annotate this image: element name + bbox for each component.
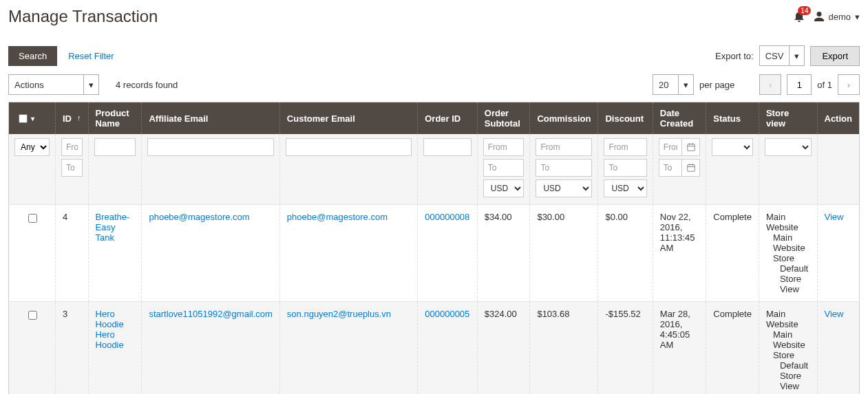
- cell-order-id: 000000008: [418, 205, 478, 302]
- filter-subtotal-to[interactable]: [483, 159, 525, 177]
- cell-status: Complete: [706, 302, 759, 395]
- date-to-picker[interactable]: [682, 159, 700, 177]
- view-link[interactable]: View: [825, 309, 844, 319]
- col-discount[interactable]: Discount: [598, 102, 653, 135]
- page-title: Manage Transaction: [8, 7, 158, 26]
- aff-email-link[interactable]: phoebe@magestore.com: [149, 212, 249, 222]
- filter-status[interactable]: [712, 138, 753, 156]
- filter-id-from[interactable]: [61, 138, 83, 156]
- date-from-picker[interactable]: [682, 138, 700, 156]
- product-link[interactable]: Hero Hoodie: [96, 329, 124, 350]
- aff-email-link[interactable]: startlove11051992@gmail.com: [149, 309, 272, 319]
- notif-badge: 14: [798, 6, 811, 15]
- per-page-select[interactable]: 20: [653, 74, 679, 95]
- cell-aff-email: startlove11051992@gmail.com: [142, 302, 279, 395]
- select-all-caret[interactable]: ▾: [31, 115, 34, 122]
- cell-id: 4: [56, 205, 89, 302]
- row-checkbox[interactable]: [28, 214, 37, 223]
- filter-subtotal-currency[interactable]: USD: [483, 179, 525, 197]
- product-link[interactable]: Hero Hoodie: [96, 309, 124, 329]
- export-format-caret[interactable]: ▾: [790, 45, 805, 66]
- col-commission[interactable]: Commission: [530, 102, 598, 135]
- col-store[interactable]: Store view: [759, 102, 817, 135]
- records-found: 4 records found: [116, 80, 178, 90]
- cell-store: Main WebsiteMain Website StoreDefault St…: [759, 205, 817, 302]
- cell-product: Hero HoodieHero Hoodie: [88, 302, 142, 395]
- filter-disc-from[interactable]: [604, 138, 646, 156]
- calendar-icon: [687, 164, 695, 172]
- export-to-label: Export to:: [715, 51, 754, 61]
- cell-discount: -$155.52: [598, 302, 653, 395]
- page-total: of 1: [817, 80, 832, 90]
- export-format-select[interactable]: CSV: [759, 45, 790, 66]
- notifications-button[interactable]: 14: [794, 11, 805, 22]
- table-row: 4Breathe-Easy Tankphoebe@magestore.comph…: [9, 205, 860, 302]
- page-input[interactable]: [787, 74, 812, 95]
- cust-email-link[interactable]: phoebe@magestore.com: [287, 212, 388, 222]
- cell-discount: $0.00: [598, 205, 653, 302]
- cell-cust-email: son.nguyen2@trueplus.vn: [279, 302, 417, 395]
- filter-disc-to[interactable]: [604, 159, 646, 177]
- calendar-icon: [687, 143, 695, 151]
- view-link[interactable]: View: [825, 212, 844, 222]
- svg-rect-4: [688, 165, 695, 172]
- select-all-checkbox[interactable]: [19, 114, 28, 123]
- filter-comm-currency[interactable]: USD: [536, 179, 592, 197]
- svg-rect-0: [688, 144, 695, 151]
- order-id-link[interactable]: 000000005: [425, 309, 469, 319]
- col-action: Action: [817, 102, 860, 135]
- cell-subtotal: $324.00: [477, 302, 530, 395]
- user-label: demo: [828, 12, 851, 22]
- cell-id: 3: [56, 302, 89, 395]
- col-aff-email[interactable]: Affiliate Email: [142, 102, 279, 135]
- cell-commission: $30.00: [530, 205, 598, 302]
- filter-order-id[interactable]: [423, 138, 472, 156]
- next-page-button[interactable]: ›: [838, 74, 860, 95]
- product-link[interactable]: Breathe-Easy Tank: [96, 212, 130, 243]
- caret-down-icon: ▾: [855, 12, 860, 22]
- actions-caret[interactable]: ▾: [84, 74, 99, 95]
- cell-action: View: [817, 205, 860, 302]
- cell-store: Main WebsiteMain Website StoreDefault St…: [759, 302, 817, 395]
- filter-product[interactable]: [94, 138, 136, 156]
- per-page-caret[interactable]: ▾: [679, 74, 694, 95]
- actions-select[interactable]: Actions: [8, 74, 84, 95]
- filter-date-to[interactable]: [659, 159, 683, 177]
- col-cust-email[interactable]: Customer Email: [279, 102, 417, 135]
- search-button[interactable]: Search: [8, 46, 57, 66]
- col-id[interactable]: ID ↑: [56, 102, 89, 135]
- filter-aff-email[interactable]: [147, 138, 273, 156]
- cell-date: Mar 28, 2016, 4:45:05 AM: [653, 302, 706, 395]
- filter-store[interactable]: [765, 138, 812, 156]
- filter-cust-email[interactable]: [286, 138, 412, 156]
- per-page-label: per page: [699, 80, 734, 90]
- export-button[interactable]: Export: [810, 46, 860, 66]
- order-id-link[interactable]: 000000008: [425, 212, 469, 222]
- col-date[interactable]: Date Created: [653, 102, 706, 135]
- cell-action: View: [817, 302, 860, 395]
- cell-order-id: 000000005: [418, 302, 478, 395]
- reset-filter-link[interactable]: Reset Filter: [68, 51, 114, 61]
- row-checkbox[interactable]: [28, 311, 37, 320]
- cust-email-link[interactable]: son.nguyen2@trueplus.vn: [287, 309, 391, 319]
- cell-cust-email: phoebe@magestore.com: [279, 205, 417, 302]
- filter-id-to[interactable]: [61, 159, 83, 177]
- sort-arrow-icon: ↑: [77, 113, 81, 122]
- filter-comm-to[interactable]: [536, 159, 592, 177]
- table-row: 3Hero HoodieHero Hoodiestartlove11051992…: [9, 302, 860, 395]
- col-subtotal[interactable]: Order Subtotal: [477, 102, 530, 135]
- filter-subtotal-from[interactable]: [483, 138, 525, 156]
- cell-aff-email: phoebe@magestore.com: [142, 205, 279, 302]
- col-order-id[interactable]: Order ID: [418, 102, 478, 135]
- filter-massaction[interactable]: Any: [14, 138, 50, 156]
- col-status[interactable]: Status: [706, 102, 759, 135]
- prev-page-button[interactable]: ‹: [759, 74, 781, 95]
- filter-comm-from[interactable]: [536, 138, 592, 156]
- filter-date-from[interactable]: [659, 138, 683, 156]
- cell-date: Nov 22, 2016, 11:13:45 AM: [653, 205, 706, 302]
- filter-disc-currency[interactable]: USD: [604, 179, 646, 197]
- cell-status: Complete: [706, 205, 759, 302]
- transaction-grid: ▾ ID ↑ Product Name Affiliate Email Cust…: [8, 102, 860, 394]
- col-product[interactable]: Product Name: [88, 102, 142, 135]
- user-menu[interactable]: demo ▾: [814, 12, 860, 22]
